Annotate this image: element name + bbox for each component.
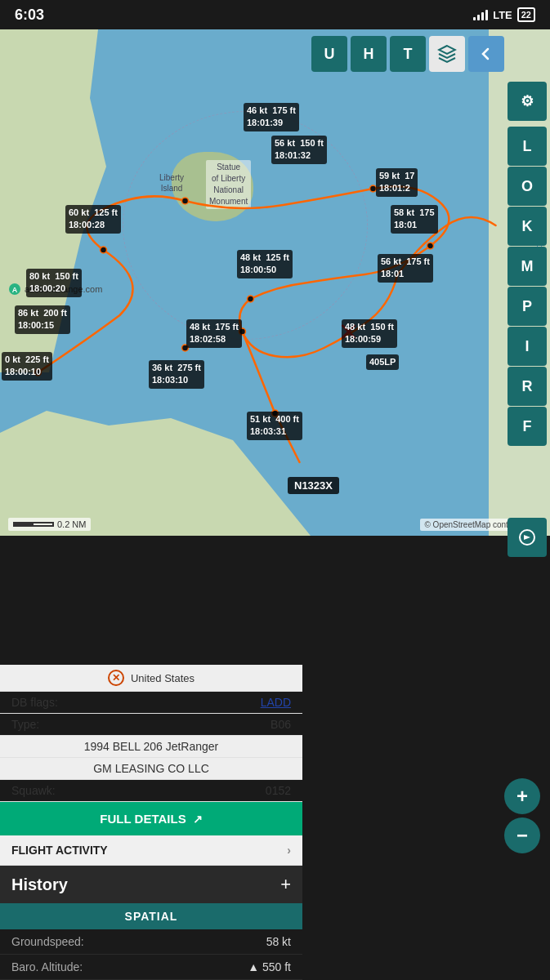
flight-label-13: 36 kt 275 ft18:03:10 (149, 360, 204, 389)
adsb-icon: A (8, 283, 21, 296)
db-flags-label: DB flags: (11, 696, 58, 709)
status-right: LTE 22 (473, 7, 535, 22)
svg-text:A: A (12, 286, 18, 294)
flight-label-6: 48 kt 125 ft18:00:50 (237, 250, 293, 278)
gear-btn[interactable]: ⚙ (508, 82, 547, 121)
map-view[interactable]: LibertyIsland Statueof LibertyNationalMo… (0, 29, 550, 536)
flight-label-11: 48 kt 150 ft18:00:59 (342, 319, 397, 348)
btn-m[interactable]: M (508, 247, 547, 286)
flight-label-10: 48 kt 175 ft18:02:58 (186, 319, 242, 348)
flight-label-2: 56 kt 150 ft18:01:32 (271, 136, 327, 164)
replay-icon (518, 528, 536, 546)
baro-alt-row: Baro. Altitude: ▲ 550 ft (0, 955, 302, 980)
signal-bar-4 (485, 10, 488, 20)
owner-row: GM LEASING CO LLC (0, 758, 302, 780)
chevron-right-icon: › (287, 844, 291, 857)
country-row: ✕ United States (0, 665, 302, 692)
flight-label-8: 80 kt 150 ft18:00:20 (26, 269, 82, 297)
status-time: 6:03 (15, 7, 44, 24)
baro-alt-value: ▲ 550 ft (248, 960, 291, 973)
squawk-label: Squawk: (11, 784, 56, 797)
btn-l[interactable]: L (508, 127, 547, 166)
zoom-out-btn[interactable]: − (504, 817, 540, 853)
statue-monument-label: Statueof LibertyNationalMonument (206, 160, 251, 209)
external-link-icon: ↗ (193, 813, 203, 826)
spatial-header: SPATIAL (0, 903, 302, 929)
history-section: History + (0, 866, 302, 903)
type-value: B06 (271, 718, 291, 731)
status-bar: 6:03 LTE 22 (0, 0, 550, 29)
tail-number-label: N1323X (288, 477, 339, 494)
ladd-circle: ✕ (108, 670, 124, 686)
type-row: Type: B06 (0, 714, 302, 736)
right-tools-panel: ⚙ L O K M P I R F (508, 82, 550, 446)
btn-u[interactable]: U (311, 36, 347, 72)
signal-bar-3 (481, 12, 484, 20)
btn-f[interactable]: F (508, 407, 547, 446)
zoom-controls: + − (504, 778, 540, 853)
btn-i[interactable]: I (508, 327, 547, 366)
groundspeed-value: 58 kt (266, 935, 291, 948)
btn-back[interactable] (468, 36, 504, 72)
groundspeed-label: Groundspeed: (11, 935, 84, 948)
history-add-btn[interactable]: + (280, 874, 291, 895)
squawk-row: Squawk: 0152 (0, 780, 302, 802)
info-card: ✕ United States DB flags: LADD Type: B06… (0, 665, 302, 980)
signal-bar-1 (473, 17, 476, 20)
btn-k[interactable]: K (508, 207, 547, 246)
flight-activity-row[interactable]: FLIGHT ACTIVITY › (0, 835, 302, 866)
flight-label-1: 46 kt 175 ft18:01:39 (244, 103, 299, 131)
flight-label-14: 51 kt 400 ft18:03:31 (247, 412, 302, 440)
owner-label: GM LEASING CO LLC (93, 762, 209, 775)
top-buttons-row: U H T (311, 36, 504, 72)
db-flags-row: DB flags: LADD (0, 692, 302, 714)
btn-o[interactable]: O (508, 167, 547, 206)
flight-label-5: 60 kt 125 ft18:00:28 (65, 205, 121, 234)
scale-label: 0.2 NM (57, 519, 86, 529)
flight-label-12: 0 kt 225 ft18:00:10 (2, 352, 52, 381)
replay-btn[interactable] (508, 518, 547, 557)
btn-t[interactable]: T (390, 36, 426, 72)
flight-label-4: 58 kt 17518:01 (391, 205, 438, 234)
flight-label-9: 86 kt 200 ft18:00:15 (15, 305, 70, 334)
battery-indicator: 22 (517, 7, 535, 22)
type-label: Type: (11, 718, 39, 731)
layers-icon (437, 44, 457, 64)
full-details-btn[interactable]: FULL DETAILS ↗ (0, 802, 302, 835)
aircraft-model-row: 1994 BELL 206 JetRanger (0, 736, 302, 758)
flight-activity-label: FLIGHT ACTIVITY (11, 844, 108, 857)
signal-bars (473, 9, 488, 20)
flight-label-7: 56 kt 175 ft18:01 (378, 254, 433, 283)
signal-bar-2 (477, 15, 480, 20)
btn-h[interactable]: H (351, 36, 387, 72)
db-flags-value[interactable]: LADD (261, 696, 291, 709)
zoom-in-btn[interactable]: + (504, 778, 540, 814)
btn-p[interactable]: P (508, 287, 547, 326)
flight-label-3: 59 kt 1718:01:2 (376, 168, 418, 197)
groundspeed-row: Groundspeed: 58 kt (0, 929, 302, 955)
lte-label: LTE (493, 9, 512, 21)
aircraft-model: 1994 BELL 206 JetRanger (84, 740, 219, 753)
scale-bar: 0.2 NM (8, 518, 91, 531)
country-label: United States (131, 672, 195, 684)
history-title: History (11, 875, 68, 894)
baro-alt-label: Baro. Altitude: (11, 960, 83, 973)
squawk-value: 0152 (266, 784, 291, 797)
btn-layers[interactable] (429, 36, 465, 72)
btn-r[interactable]: R (508, 367, 547, 406)
liberty-island-label: LibertyIsland (159, 172, 184, 194)
back-icon (478, 46, 494, 62)
flight-label-15: 405LP (366, 354, 399, 370)
